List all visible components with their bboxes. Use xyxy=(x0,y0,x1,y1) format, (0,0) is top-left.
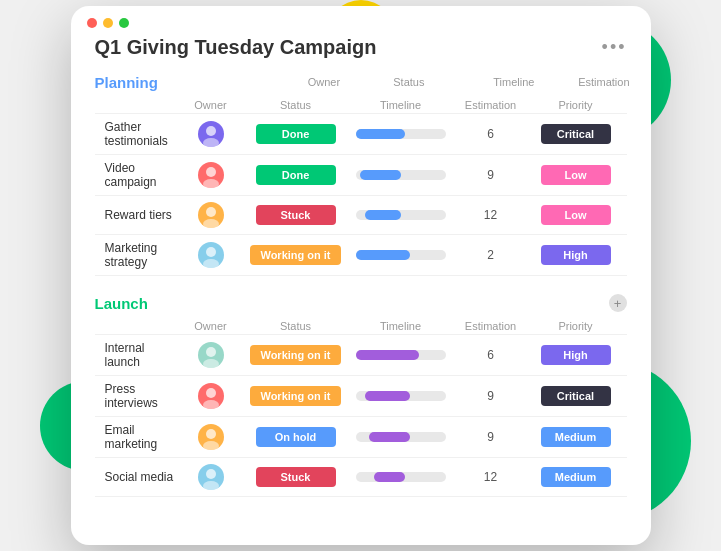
priority-badge[interactable]: Low xyxy=(541,205,611,225)
timeline-fill xyxy=(356,350,419,360)
svg-point-4 xyxy=(206,207,216,217)
row-status[interactable]: Done xyxy=(241,124,351,144)
row-status[interactable]: Stuck xyxy=(241,205,351,225)
svg-point-9 xyxy=(203,359,219,368)
priority-badge[interactable]: Critical xyxy=(541,124,611,144)
planning-table-header: Owner Status Timeline Estimation Priorit… xyxy=(158,74,651,90)
svg-point-12 xyxy=(206,429,216,439)
row-status[interactable]: Working on it xyxy=(241,345,351,365)
status-badge[interactable]: Stuck xyxy=(256,467,336,487)
priority-badge[interactable]: High xyxy=(541,345,611,365)
row-owner xyxy=(181,464,241,490)
main-content: Q1 Giving Tuesday Campaign ••• Planning … xyxy=(71,36,651,525)
row-priority[interactable]: High xyxy=(531,245,621,265)
status-badge[interactable]: Working on it xyxy=(250,245,340,265)
priority-badge[interactable]: Low xyxy=(541,165,611,185)
minimize-dot[interactable] xyxy=(103,18,113,28)
timeline-bar xyxy=(356,391,446,401)
status-badge[interactable]: Done xyxy=(256,124,336,144)
svg-point-11 xyxy=(203,400,219,409)
row-owner xyxy=(181,342,241,368)
avatar xyxy=(198,464,224,490)
table-row: Press interviews Working on it9Critical xyxy=(95,375,627,416)
svg-point-15 xyxy=(203,481,219,490)
row-owner xyxy=(181,383,241,409)
planning-section-header: Planning Owner Status Timeline Estimatio… xyxy=(95,73,627,91)
avatar xyxy=(198,202,224,228)
row-priority[interactable]: Critical xyxy=(531,124,621,144)
col-status: Status xyxy=(241,99,351,111)
launch-add-icon[interactable]: + xyxy=(609,294,627,312)
row-task-name: Reward tiers xyxy=(101,208,181,222)
row-priority[interactable]: Critical xyxy=(531,386,621,406)
status-badge[interactable]: Working on it xyxy=(250,386,340,406)
row-priority[interactable]: Low xyxy=(531,205,621,225)
col-name xyxy=(101,320,181,332)
page-title: Q1 Giving Tuesday Campaign xyxy=(95,36,377,59)
row-timeline xyxy=(351,391,451,401)
row-timeline xyxy=(351,170,451,180)
status-badge[interactable]: Done xyxy=(256,165,336,185)
close-dot[interactable] xyxy=(87,18,97,28)
svg-point-8 xyxy=(206,347,216,357)
table-row: Reward tiers Stuck12Low xyxy=(95,195,627,234)
planning-col-headers: Owner Status Timeline Estimation Priorit… xyxy=(95,97,627,113)
more-menu-icon[interactable]: ••• xyxy=(602,37,627,58)
row-owner xyxy=(181,202,241,228)
row-estimation: 9 xyxy=(451,168,531,182)
row-task-name: Press interviews xyxy=(101,382,181,410)
col-estimation: Estimation xyxy=(451,99,531,111)
status-badge[interactable]: Stuck xyxy=(256,205,336,225)
avatar xyxy=(198,162,224,188)
col-timeline: Timeline xyxy=(351,99,451,111)
col-name xyxy=(101,99,181,111)
svg-point-7 xyxy=(203,259,219,268)
table-row: Marketing strategy Working on it2High xyxy=(95,234,627,276)
priority-badge[interactable]: Medium xyxy=(541,467,611,487)
status-badge[interactable]: Working on it xyxy=(250,345,340,365)
svg-point-3 xyxy=(203,179,219,188)
launch-section: Launch + Owner Status Timeline Estimatio… xyxy=(95,294,627,497)
table-row: Email marketing On hold9Medium xyxy=(95,416,627,457)
col-priority: Priority xyxy=(531,320,621,332)
svg-point-6 xyxy=(206,247,216,257)
app-window: Q1 Giving Tuesday Campaign ••• Planning … xyxy=(71,6,651,545)
row-task-name: Social media xyxy=(101,470,181,484)
row-task-name: Email marketing xyxy=(101,423,181,451)
avatar xyxy=(198,242,224,268)
priority-badge[interactable]: High xyxy=(541,245,611,265)
row-status[interactable]: Working on it xyxy=(241,245,351,265)
avatar xyxy=(198,424,224,450)
status-badge[interactable]: On hold xyxy=(256,427,336,447)
col-owner: Owner xyxy=(181,320,241,332)
row-estimation: 6 xyxy=(451,127,531,141)
row-priority[interactable]: Medium xyxy=(531,427,621,447)
svg-point-10 xyxy=(206,388,216,398)
priority-badge[interactable]: Critical xyxy=(541,386,611,406)
row-status[interactable]: On hold xyxy=(241,427,351,447)
timeline-fill xyxy=(365,391,410,401)
col-estimation: Estimation xyxy=(451,320,531,332)
row-priority[interactable]: Medium xyxy=(531,467,621,487)
avatar xyxy=(198,121,224,147)
row-task-name: Video campaign xyxy=(101,161,181,189)
table-row: Video campaign Done9Low xyxy=(95,154,627,195)
priority-badge[interactable]: Medium xyxy=(541,427,611,447)
row-status[interactable]: Working on it xyxy=(241,386,351,406)
row-priority[interactable]: High xyxy=(531,345,621,365)
planning-section: Planning Owner Status Timeline Estimatio… xyxy=(95,73,627,276)
timeline-bar xyxy=(356,170,446,180)
row-status[interactable]: Stuck xyxy=(241,467,351,487)
svg-point-13 xyxy=(203,441,219,450)
row-estimation: 9 xyxy=(451,430,531,444)
maximize-dot[interactable] xyxy=(119,18,129,28)
row-priority[interactable]: Low xyxy=(531,165,621,185)
timeline-bar xyxy=(356,350,446,360)
table-row: Social media Stuck12Medium xyxy=(95,457,627,497)
launch-col-headers: Owner Status Timeline Estimation Priorit… xyxy=(95,318,627,334)
row-task-name: Gather testimonials xyxy=(101,120,181,148)
row-status[interactable]: Done xyxy=(241,165,351,185)
avatar xyxy=(198,383,224,409)
col-timeline: Timeline xyxy=(351,320,451,332)
col-status: Status xyxy=(241,320,351,332)
